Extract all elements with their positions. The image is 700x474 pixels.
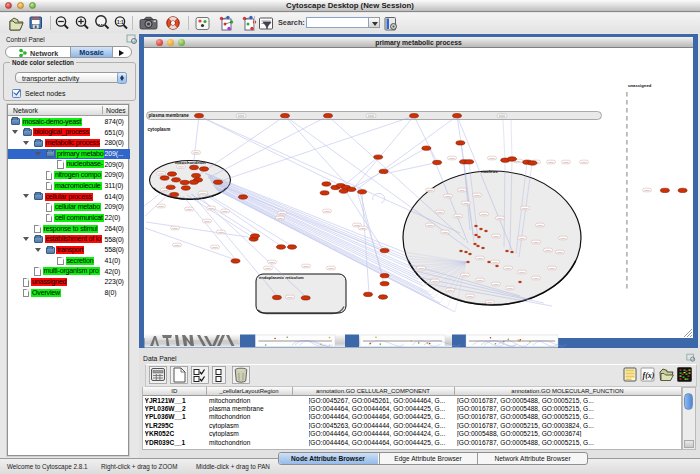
svg-text:plasma membrane: plasma membrane xyxy=(149,113,190,118)
svg-text:cytoplasm: cytoplasm xyxy=(148,127,171,132)
svg-text:unassigned: unassigned xyxy=(628,83,652,88)
svg-text:mitochondrion: mitochondrion xyxy=(175,160,206,165)
svg-text:endoplasmic reticulum: endoplasmic reticulum xyxy=(259,275,304,280)
svg-text:nucleus: nucleus xyxy=(481,169,498,174)
